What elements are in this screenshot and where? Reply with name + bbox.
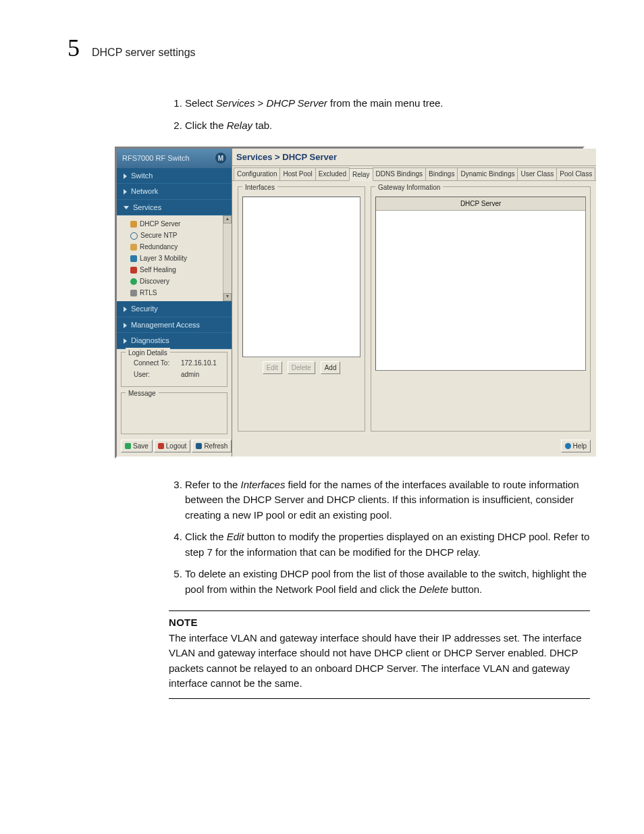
logout-icon [158,443,164,449]
tree-discovery[interactable]: Discovery [121,276,230,287]
tab-dynamic-bindings[interactable]: Dynamic Bindings [457,167,518,180]
gw-col-dhcp[interactable]: DHCP Server [376,197,585,210]
clock-icon [130,232,138,240]
nav-security[interactable]: Security [117,301,232,317]
nav-management-access[interactable]: Management Access [117,317,232,334]
nav-diagnostics[interactable]: Diagnostics [117,333,232,349]
services-tree: DHCP Server Secure NTP Redundancy Layer … [117,215,232,301]
connect-value: 172.16.10.1 [181,358,217,368]
tab-excluded[interactable]: Excluded [315,167,350,180]
tree-layer3[interactable]: Layer 3 Mobility [121,253,230,264]
save-button[interactable]: Save [121,440,153,452]
screenshot: RFS7000 RF Switch M Switch Network Servi… [115,147,590,459]
dhcp-icon [130,221,137,228]
interfaces-listbox[interactable] [242,197,360,357]
page-header: 5 DHCP server settings [68,34,590,62]
tab-pool-class[interactable]: Pool Class [556,167,595,180]
tab-host-pool[interactable]: Host Pool [279,167,315,180]
step-1: Select Services > DHCP Server from the m… [185,96,590,111]
mobility-icon [130,255,137,262]
steps-top: Select Services > DHCP Server from the m… [169,96,590,133]
scroll-down-icon[interactable]: ▼ [223,293,232,301]
nav-network[interactable]: Network [117,184,232,200]
login-details: Login Details Connect To:172.16.10.1 Use… [121,352,227,387]
step-2: Click the Relay tab. [185,118,590,134]
brand-text: RFS7000 RF Switch [122,153,190,164]
discovery-icon [130,278,137,285]
help-icon [565,443,571,449]
tree-secure-ntp[interactable]: Secure NTP [121,230,230,241]
brand-bar: RFS7000 RF Switch M [117,149,232,168]
brand-logo-icon: M [215,153,226,163]
nav-switch[interactable]: Switch [117,168,232,184]
tree-redundancy[interactable]: Redundancy [121,241,230,253]
tab-bindings[interactable]: Bindings [425,167,458,180]
refresh-button[interactable]: Refresh [192,440,232,452]
note-block: NOTE The interface VLAN and gateway inte… [169,610,590,699]
redundancy-icon [130,244,137,251]
healing-icon [130,267,137,273]
save-icon [125,443,131,449]
tab-ddns-bindings[interactable]: DDNS Bindings [373,167,426,180]
breadcrumb: Services > DHCP Server [232,149,596,166]
step-3: Refer to the Interfaces field for the na… [185,477,590,523]
tab-configuration[interactable]: Configuration [234,167,280,180]
gateway-table[interactable]: DHCP Server [375,197,586,371]
chapter-number: 5 [68,34,80,62]
tab-bar: Configuration Host Pool Excluded Relay D… [232,166,596,181]
page-title: DHCP server settings [92,47,196,59]
steps-bottom: Refer to the Interfaces field for the na… [169,477,590,598]
delete-button[interactable]: Delete [288,361,315,374]
scroll-up-icon[interactable]: ▲ [223,215,232,224]
tree-rtls[interactable]: RTLS [121,287,230,298]
tree-dhcp-server[interactable]: DHCP Server [121,218,230,230]
tab-relay[interactable]: Relay [349,168,373,181]
interfaces-fieldset: Interfaces Edit Delete Add [238,186,365,432]
tab-user-class[interactable]: User Class [517,167,557,180]
edit-button[interactable]: Edit [263,361,282,374]
rtls-icon [130,290,137,296]
help-button[interactable]: Help [561,440,591,452]
gateway-fieldset: Gateway Information DHCP Server [371,186,591,432]
note-body: The interface VLAN and gateway interface… [169,631,590,692]
add-button[interactable]: Add [321,361,341,374]
nav-services[interactable]: Services [117,200,232,216]
logout-button[interactable]: Logout [154,440,191,452]
message-panel: Message [121,392,227,434]
user-value: admin [181,369,199,380]
step-5: To delete an existing DHCP pool from the… [185,567,590,597]
step-4: Click the Edit button to modify the prop… [185,529,590,560]
tree-self-healing[interactable]: Self Healing [121,264,230,276]
refresh-icon [196,443,202,449]
note-title: NOTE [169,615,590,631]
tree-scrollbar[interactable]: ▲ ▼ [223,215,232,301]
